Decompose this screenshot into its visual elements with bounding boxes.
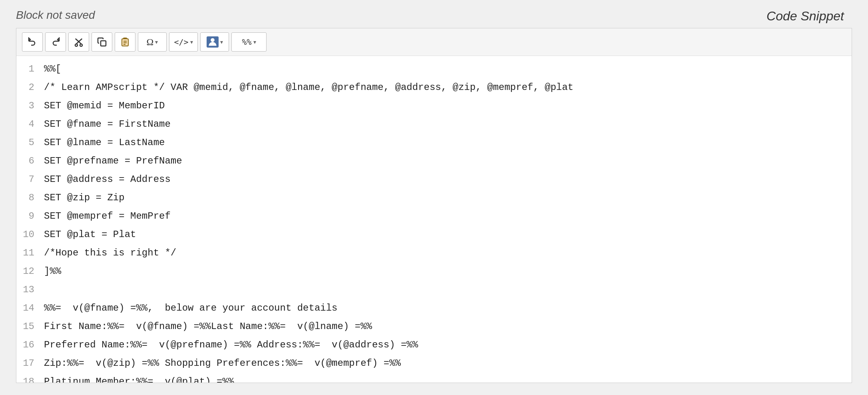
- code-line: 3SET @memid = MemberID: [16, 97, 852, 115]
- code-line: 16Preferred Name:%%= v(@prefname) =%% Ad…: [16, 336, 852, 354]
- user-icon: [207, 36, 219, 48]
- line-content: SET @mempref = MemPref: [42, 207, 852, 225]
- code-line: 15First Name:%%= v(@fname) =%%Last Name:…: [16, 317, 852, 336]
- line-content: %%= v(@fname) =%%, below are your accoun…: [42, 299, 852, 317]
- line-content: /*Hope this is right */: [42, 244, 852, 262]
- code-line: 10SET @plat = Plat: [16, 225, 852, 244]
- line-number: 6: [16, 152, 42, 170]
- line-content: Zip:%%= v(@zip) =%% Shopping Preferences…: [42, 354, 852, 373]
- line-number: 18: [16, 373, 42, 383]
- omega-label: Ω: [147, 37, 154, 48]
- copy-icon: [97, 37, 107, 47]
- line-number: 14: [16, 299, 42, 317]
- svg-rect-4: [101, 41, 106, 46]
- redo-button[interactable]: [45, 32, 66, 52]
- code-line: 17Zip:%%= v(@zip) =%% Shopping Preferenc…: [16, 354, 852, 373]
- line-content: SET @address = Address: [42, 170, 852, 189]
- svg-point-10: [211, 38, 215, 42]
- block-not-saved-label: Block not saved: [16, 9, 95, 22]
- line-number: 1: [16, 60, 42, 78]
- line-content: %%[: [42, 60, 852, 78]
- line-number: 10: [16, 225, 42, 244]
- code-line: 7SET @address = Address: [16, 170, 852, 189]
- line-content: Platinum Member:%%= v(@plat) =%%: [42, 373, 852, 383]
- line-number: 4: [16, 115, 42, 134]
- cut-button[interactable]: [68, 32, 89, 52]
- line-number: 12: [16, 262, 42, 281]
- code-chevron: ▾: [190, 39, 193, 45]
- percent-label: %%: [242, 37, 251, 47]
- line-number: 5: [16, 134, 42, 152]
- line-number: 8: [16, 189, 42, 207]
- code-line: 6SET @prefname = PrefName: [16, 152, 852, 170]
- code-line: 1%%[: [16, 60, 852, 78]
- line-content: ]%%: [42, 262, 852, 281]
- editor-wrapper: Ω ▾ </> ▾ ▾ %% ▾: [16, 28, 852, 383]
- line-content: First Name:%%= v(@fname) =%%Last Name:%%…: [42, 317, 852, 336]
- svg-line-2: [76, 42, 79, 44]
- line-number: 11: [16, 244, 42, 262]
- undo-icon: [28, 37, 37, 47]
- code-line: 8SET @zip = Zip: [16, 189, 852, 207]
- code-line: 4SET @fname = FirstName: [16, 115, 852, 134]
- line-content: SET @prefname = PrefName: [42, 152, 852, 170]
- code-label: </>: [174, 37, 188, 47]
- code-area[interactable]: 1%%[2/* Learn AMPscript */ VAR @memid, @…: [16, 56, 852, 383]
- code-line: 11/*Hope this is right */: [16, 244, 852, 262]
- line-number: 9: [16, 207, 42, 225]
- line-number: 17: [16, 354, 42, 373]
- paste-button[interactable]: [115, 32, 135, 52]
- line-content: Preferred Name:%%= v(@prefname) =%% Addr…: [42, 336, 852, 354]
- line-content: /* Learn AMPscript */ VAR @memid, @fname…: [42, 78, 852, 97]
- svg-point-1: [80, 44, 82, 46]
- code-line: 9SET @mempref = MemPref: [16, 207, 852, 225]
- code-line: 12]%%: [16, 262, 852, 281]
- line-number: 13: [16, 281, 42, 299]
- line-content: SET @plat = Plat: [42, 225, 852, 244]
- code-line: 18Platinum Member:%%= v(@plat) =%%: [16, 373, 852, 383]
- user-button[interactable]: ▾: [200, 32, 229, 52]
- omega-button[interactable]: Ω ▾: [138, 32, 167, 52]
- line-content: SET @memid = MemberID: [42, 97, 852, 115]
- main-container: Block not saved Code Snippet: [0, 0, 868, 395]
- redo-icon: [51, 37, 60, 47]
- percent-chevron: ▾: [253, 39, 256, 45]
- omega-chevron: ▾: [155, 39, 158, 45]
- person-icon: [208, 37, 217, 47]
- line-number: 16: [16, 336, 42, 354]
- code-button[interactable]: </> ▾: [169, 32, 198, 52]
- code-line: 13: [16, 281, 852, 299]
- code-line: 14%%= v(@fname) =%%, below are your acco…: [16, 299, 852, 317]
- svg-point-0: [75, 44, 78, 46]
- code-snippet-label: Code Snippet: [766, 9, 844, 24]
- code-line: 2/* Learn AMPscript */ VAR @memid, @fnam…: [16, 78, 852, 97]
- line-content: SET @lname = LastName: [42, 134, 852, 152]
- line-number: 7: [16, 170, 42, 189]
- undo-button[interactable]: [22, 32, 43, 52]
- line-number: 15: [16, 317, 42, 336]
- svg-line-3: [79, 42, 81, 44]
- code-line: 5SET @lname = LastName: [16, 134, 852, 152]
- toolbar: Ω ▾ </> ▾ ▾ %% ▾: [16, 28, 852, 56]
- line-number: 2: [16, 78, 42, 97]
- line-content: SET @zip = Zip: [42, 189, 852, 207]
- cut-icon: [74, 37, 84, 47]
- percent-button[interactable]: %% ▾: [231, 32, 267, 52]
- copy-button[interactable]: [92, 32, 112, 52]
- line-number: 3: [16, 97, 42, 115]
- user-chevron: ▾: [220, 39, 223, 45]
- line-content: SET @fname = FirstName: [42, 115, 852, 134]
- paste-icon: [120, 37, 130, 47]
